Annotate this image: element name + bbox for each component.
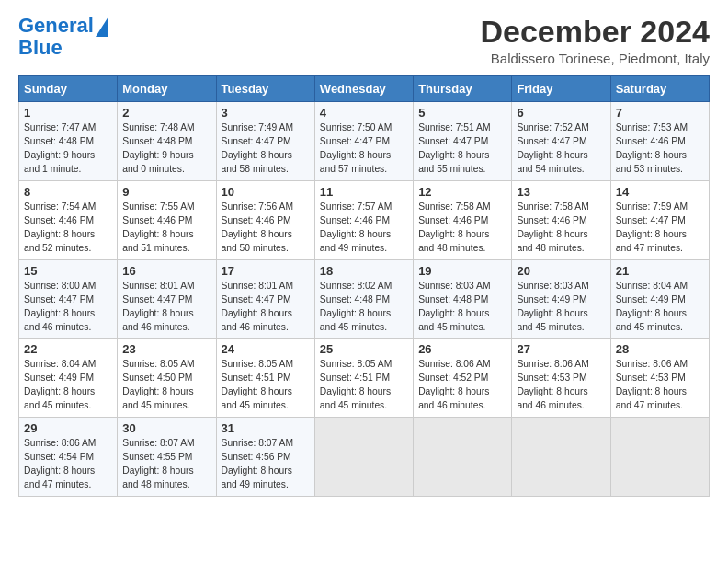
calendar-cell: 23Sunrise: 8:05 AM Sunset: 4:50 PM Dayli…	[118, 339, 216, 418]
calendar-cell	[414, 418, 512, 497]
calendar-week-3: 15Sunrise: 8:00 AM Sunset: 4:47 PM Dayli…	[19, 259, 710, 339]
logo-text2: Blue	[18, 37, 63, 59]
day-detail: Sunrise: 8:06 AM Sunset: 4:53 PM Dayligh…	[517, 358, 605, 413]
day-detail: Sunrise: 7:47 AM Sunset: 4:48 PM Dayligh…	[24, 121, 112, 177]
calendar-cell: 21Sunrise: 8:04 AM Sunset: 4:49 PM Dayli…	[610, 259, 709, 339]
day-number: 2	[122, 106, 210, 120]
day-detail: Sunrise: 8:05 AM Sunset: 4:50 PM Dayligh…	[122, 358, 210, 413]
day-number: 17	[222, 264, 310, 278]
calendar-cell: 7Sunrise: 7:53 AM Sunset: 4:46 PM Daylig…	[610, 102, 709, 181]
day-number: 5	[418, 106, 506, 120]
calendar-body: 1Sunrise: 7:47 AM Sunset: 4:48 PM Daylig…	[19, 102, 710, 496]
calendar-cell: 25Sunrise: 8:05 AM Sunset: 4:51 PM Dayli…	[314, 339, 413, 418]
calendar-cell: 1Sunrise: 7:47 AM Sunset: 4:48 PM Daylig…	[19, 102, 118, 181]
calendar-cell	[610, 418, 709, 497]
day-number: 28	[616, 342, 704, 356]
day-number: 8	[24, 185, 112, 199]
calendar-cell: 13Sunrise: 7:58 AM Sunset: 4:46 PM Dayli…	[512, 181, 610, 260]
day-detail: Sunrise: 7:55 AM Sunset: 4:46 PM Dayligh…	[122, 201, 210, 256]
day-number: 19	[418, 264, 506, 278]
day-detail: Sunrise: 7:58 AM Sunset: 4:46 PM Dayligh…	[517, 201, 605, 256]
day-number: 16	[122, 264, 210, 278]
day-number: 10	[222, 185, 310, 199]
day-number: 31	[222, 421, 310, 435]
day-detail: Sunrise: 8:07 AM Sunset: 4:55 PM Dayligh…	[122, 437, 210, 492]
calendar-cell: 4Sunrise: 7:50 AM Sunset: 4:47 PM Daylig…	[314, 102, 413, 181]
day-detail: Sunrise: 8:03 AM Sunset: 4:49 PM Dayligh…	[517, 280, 605, 335]
calendar-cell	[512, 418, 610, 497]
calendar-cell: 28Sunrise: 8:06 AM Sunset: 4:53 PM Dayli…	[610, 339, 709, 418]
header-monday: Monday	[118, 76, 216, 102]
header-saturday: Saturday	[610, 76, 709, 102]
day-number: 12	[418, 185, 506, 199]
day-number: 4	[320, 106, 408, 120]
day-detail: Sunrise: 8:04 AM Sunset: 4:49 PM Dayligh…	[616, 280, 704, 335]
day-detail: Sunrise: 8:05 AM Sunset: 4:51 PM Dayligh…	[222, 358, 310, 413]
calendar-cell: 11Sunrise: 7:57 AM Sunset: 4:46 PM Dayli…	[314, 181, 413, 260]
calendar-cell: 3Sunrise: 7:49 AM Sunset: 4:47 PM Daylig…	[216, 102, 314, 181]
calendar-week-5: 29Sunrise: 8:06 AM Sunset: 4:54 PM Dayli…	[19, 418, 710, 497]
day-number: 9	[122, 185, 210, 199]
calendar-cell: 15Sunrise: 8:00 AM Sunset: 4:47 PM Dayli…	[19, 259, 118, 339]
day-number: 11	[320, 185, 408, 199]
calendar-table: SundayMondayTuesdayWednesdayThursdayFrid…	[18, 75, 710, 496]
header-wednesday: Wednesday	[314, 76, 413, 102]
day-detail: Sunrise: 7:54 AM Sunset: 4:46 PM Dayligh…	[24, 201, 112, 256]
calendar-cell: 5Sunrise: 7:51 AM Sunset: 4:47 PM Daylig…	[414, 102, 512, 181]
day-number: 20	[517, 264, 605, 278]
header-row: SundayMondayTuesdayWednesdayThursdayFrid…	[19, 76, 710, 102]
day-number: 29	[24, 421, 112, 435]
day-number: 24	[222, 342, 310, 356]
month-title: December 2024	[480, 15, 710, 49]
calendar-cell	[314, 418, 413, 497]
day-detail: Sunrise: 8:06 AM Sunset: 4:53 PM Dayligh…	[616, 358, 704, 413]
day-number: 30	[122, 421, 210, 435]
day-detail: Sunrise: 7:53 AM Sunset: 4:46 PM Dayligh…	[616, 121, 704, 177]
calendar-week-4: 22Sunrise: 8:04 AM Sunset: 4:49 PM Dayli…	[19, 339, 710, 418]
calendar-week-1: 1Sunrise: 7:47 AM Sunset: 4:48 PM Daylig…	[19, 102, 710, 181]
day-detail: Sunrise: 8:01 AM Sunset: 4:47 PM Dayligh…	[222, 280, 310, 335]
header-friday: Friday	[512, 76, 610, 102]
day-detail: Sunrise: 8:01 AM Sunset: 4:47 PM Dayligh…	[122, 280, 210, 335]
day-number: 22	[24, 342, 112, 356]
calendar-cell: 14Sunrise: 7:59 AM Sunset: 4:47 PM Dayli…	[610, 181, 709, 260]
calendar-cell: 19Sunrise: 8:03 AM Sunset: 4:48 PM Dayli…	[414, 259, 512, 339]
header-sunday: Sunday	[19, 76, 118, 102]
calendar-cell: 22Sunrise: 8:04 AM Sunset: 4:49 PM Dayli…	[19, 339, 118, 418]
day-detail: Sunrise: 7:57 AM Sunset: 4:46 PM Dayligh…	[320, 201, 408, 256]
day-detail: Sunrise: 8:07 AM Sunset: 4:56 PM Dayligh…	[222, 437, 310, 492]
day-number: 26	[418, 342, 506, 356]
day-number: 23	[122, 342, 210, 356]
title-area: December 2024 Baldissero Torinese, Piedm…	[480, 15, 710, 66]
day-detail: Sunrise: 7:52 AM Sunset: 4:47 PM Dayligh…	[517, 121, 605, 177]
day-detail: Sunrise: 8:06 AM Sunset: 4:52 PM Dayligh…	[418, 358, 506, 413]
calendar-cell: 6Sunrise: 7:52 AM Sunset: 4:47 PM Daylig…	[512, 102, 610, 181]
day-number: 14	[616, 185, 704, 199]
day-number: 13	[517, 185, 605, 199]
day-detail: Sunrise: 8:04 AM Sunset: 4:49 PM Dayligh…	[24, 358, 112, 413]
day-detail: Sunrise: 7:50 AM Sunset: 4:47 PM Dayligh…	[320, 121, 408, 177]
day-number: 6	[517, 106, 605, 120]
calendar-cell: 8Sunrise: 7:54 AM Sunset: 4:46 PM Daylig…	[19, 181, 118, 260]
logo: General Blue	[18, 15, 108, 59]
day-number: 3	[222, 106, 310, 120]
day-detail: Sunrise: 7:58 AM Sunset: 4:46 PM Dayligh…	[418, 201, 506, 256]
day-detail: Sunrise: 7:56 AM Sunset: 4:46 PM Dayligh…	[222, 201, 310, 256]
calendar-cell: 30Sunrise: 8:07 AM Sunset: 4:55 PM Dayli…	[118, 418, 216, 497]
location-title: Baldissero Torinese, Piedmont, Italy	[480, 51, 710, 66]
day-number: 27	[517, 342, 605, 356]
calendar-cell: 20Sunrise: 8:03 AM Sunset: 4:49 PM Dayli…	[512, 259, 610, 339]
calendar-cell: 10Sunrise: 7:56 AM Sunset: 4:46 PM Dayli…	[216, 181, 314, 260]
calendar-cell: 17Sunrise: 8:01 AM Sunset: 4:47 PM Dayli…	[216, 259, 314, 339]
calendar-cell: 18Sunrise: 8:02 AM Sunset: 4:48 PM Dayli…	[314, 259, 413, 339]
calendar-cell: 16Sunrise: 8:01 AM Sunset: 4:47 PM Dayli…	[118, 259, 216, 339]
day-detail: Sunrise: 7:49 AM Sunset: 4:47 PM Dayligh…	[222, 121, 310, 177]
day-number: 15	[24, 264, 112, 278]
calendar-week-2: 8Sunrise: 7:54 AM Sunset: 4:46 PM Daylig…	[19, 181, 710, 260]
calendar-header: SundayMondayTuesdayWednesdayThursdayFrid…	[19, 76, 710, 102]
day-detail: Sunrise: 8:02 AM Sunset: 4:48 PM Dayligh…	[320, 280, 408, 335]
calendar-cell: 2Sunrise: 7:48 AM Sunset: 4:48 PM Daylig…	[118, 102, 216, 181]
day-detail: Sunrise: 7:48 AM Sunset: 4:48 PM Dayligh…	[122, 121, 210, 177]
calendar-cell: 9Sunrise: 7:55 AM Sunset: 4:46 PM Daylig…	[118, 181, 216, 260]
calendar-cell: 29Sunrise: 8:06 AM Sunset: 4:54 PM Dayli…	[19, 418, 118, 497]
